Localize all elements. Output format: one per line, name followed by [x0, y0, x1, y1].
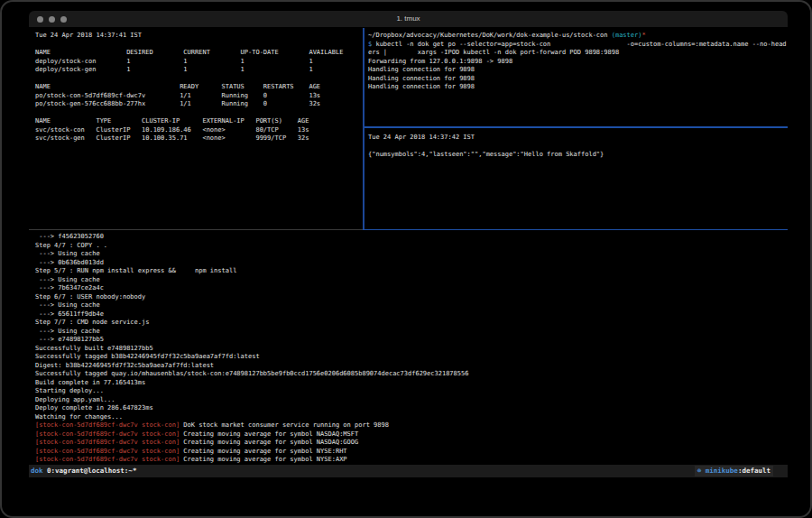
- terminal-line: NAME TYPE CLUSTER-IP EXTERNAL-IP PORT(S)…: [35, 117, 363, 126]
- terminal-line: Step 5/7 : RUN npm install express && np…: [35, 267, 788, 276]
- terminal-line: ---> 65611ff9db4e: [35, 310, 788, 319]
- terminal-line: Starting deploy...: [35, 387, 788, 396]
- kube-namespace: :default: [738, 467, 770, 475]
- terminal-line: svc/stock-gen ClusterIP 10.100.35.71 <no…: [35, 134, 363, 143]
- pane-port-forward[interactable]: ~/Dropbox/advocacy/Kubernetes/DoK/work/d…: [364, 28, 788, 126]
- terminal-line: Tue 24 Apr 2018 14:37:42 IST: [368, 134, 788, 143]
- terminal-line: ---> Using cache: [35, 250, 788, 259]
- terminal-line: po/stock-gen-576cc688bb-277hx 1/1 Runnin…: [35, 100, 363, 109]
- window-title: 1. tmux: [29, 14, 788, 23]
- terminal-line: [stock-con-5d7df689cf-dwc7v stock-con] C…: [35, 430, 788, 439]
- terminal-line: [stock-con-5d7df689cf-dwc7v stock-con] C…: [35, 448, 788, 457]
- tmux-window-item[interactable]: 0:vagrant@localhost:~*: [43, 467, 137, 475]
- terminal-window: 1. tmux Tue 24 Apr 2018 14:37:41 IST NAM…: [29, 11, 788, 477]
- terminal-line: [stock-con-5d7df689cf-dwc7v stock-con] D…: [35, 421, 788, 430]
- terminal-line: ---> Using cache: [35, 328, 788, 337]
- terminal-line: deploy/stock-gen 1 1 1 1 32s: [35, 66, 363, 75]
- terminal-line: NAME DESIRED CURRENT UP-TO-DATE AVAILABL…: [35, 49, 363, 58]
- terminal-line: ers | xargs -IPOD kubectl -n dok port-fo…: [368, 49, 788, 58]
- pane-curl-output[interactable]: Tue 24 Apr 2018 14:37:42 IST {"numsymbol…: [364, 128, 788, 229]
- terminal-line: Successfully tagged quay.io/mhausenblas/…: [35, 370, 788, 379]
- terminal-line: ---> 0b636bd013dd: [35, 259, 788, 268]
- terminal-line: ~/Dropbox/advocacy/Kubernetes/DoK/work/d…: [368, 32, 788, 41]
- terminal-line: ---> e74898127bb5: [35, 336, 788, 345]
- terminal-line: po/stock-con-5d7df689cf-dwc7v 1/1 Runnin…: [35, 92, 363, 101]
- terminal-line: Deploying app.yaml...: [35, 396, 788, 405]
- terminal-line: Successfully tagged b38b42246945fd7f32c5…: [35, 353, 788, 362]
- terminal-line: Deploy complete in 286.647823ms: [35, 404, 788, 413]
- pane-kubectl-resources[interactable]: Tue 24 Apr 2018 14:37:41 IST NAME DESIRE…: [29, 28, 363, 229]
- tmux-session-name: dok: [31, 467, 43, 475]
- terminal-line: Step 7/7 : CMD node service.js: [35, 319, 788, 328]
- terminal-line: Forwarding from 127.0.0.1:9898 -> 9898: [368, 58, 788, 67]
- terminal-line: ---> Using cache: [35, 301, 788, 310]
- terminal-line: ---> 7b6347ce2a4c: [35, 284, 788, 293]
- terminal-line: Handling connection for 9898: [368, 75, 788, 84]
- terminal-line: [stock-con-5d7df689cf-dwc7v stock-con] C…: [35, 439, 788, 448]
- terminal-line: ---> Using cache: [35, 276, 788, 285]
- tmux-status-bar: dok 0:vagrant@localhost:~* ☸ minikube:de…: [29, 465, 788, 477]
- terminal-line: ---> f45623052760: [35, 233, 788, 242]
- terminal-line: Step 4/7 : COPY . .: [35, 242, 788, 251]
- terminal-line: Tue 24 Apr 2018 14:37:41 IST: [35, 32, 363, 41]
- terminal-line: [35, 109, 363, 118]
- window-titlebar: 1. tmux: [29, 11, 788, 28]
- terminal-line: Digest: b38b42246945fd7f32c5ba9aea7af7fd…: [35, 362, 788, 371]
- pane-skaffold-build-log[interactable]: ---> f45623052760Step 4/7 : COPY . . ---…: [29, 230, 788, 465]
- terminal-line: [368, 143, 788, 152]
- desktop-background: { "window": { "title": "1. tmux" }, "pan…: [0, 0, 812, 518]
- status-right-group: ☸ minikube:default: [695, 466, 773, 476]
- terminal-line: [35, 75, 363, 84]
- terminal-line: Handling connection for 9898: [368, 66, 788, 75]
- terminal-line: Build complete in 77.165413ms: [35, 379, 788, 388]
- terminal-line: {"numsymbols":4,"lastseen":"","message":…: [368, 151, 788, 160]
- terminal-line: svc/stock-con ClusterIP 10.109.186.46 <n…: [35, 126, 363, 135]
- terminal-line: $ kubectl -n dok get po --selector=app=s…: [368, 41, 788, 50]
- screen-frame: 1. tmux Tue 24 Apr 2018 14:37:41 IST NAM…: [0, 0, 812, 518]
- status-left-group: dok 0:vagrant@localhost:~*: [31, 465, 136, 477]
- terminal-line: [35, 41, 363, 50]
- terminal-line: Step 6/7 : USER nobody:nobody: [35, 293, 788, 302]
- terminal-line: Successfully built e74898127bb5: [35, 345, 788, 354]
- terminal-line: NAME READY STATUS RESTARTS AGE: [35, 83, 363, 92]
- terminal-line: Watching for changes...: [35, 413, 788, 422]
- terminal-line: Handling connection for 9898: [368, 83, 788, 92]
- kube-context: minikube: [701, 467, 738, 475]
- terminal-line: deploy/stock-con 1 1 1 1 13s: [35, 58, 363, 67]
- terminal-line: [stock-con-5d7df689cf-dwc7v stock-con] C…: [35, 456, 788, 465]
